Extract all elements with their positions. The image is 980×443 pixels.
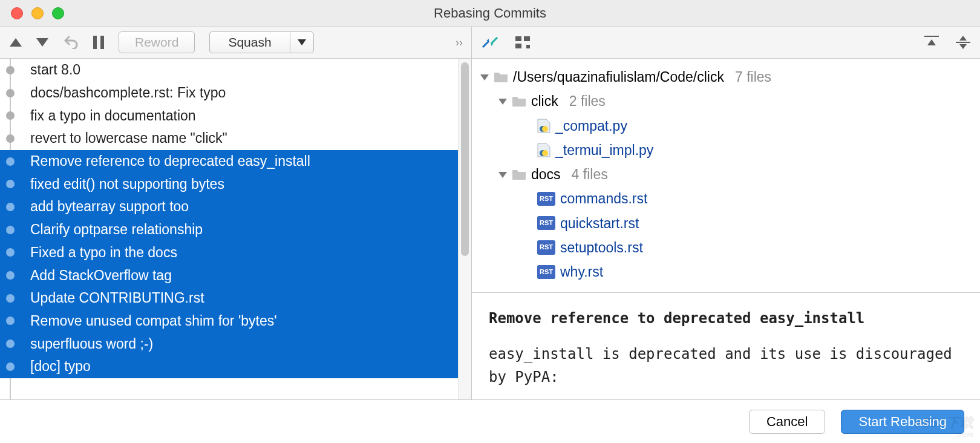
folder-icon xyxy=(512,95,526,107)
commit-row[interactable]: Fixed a typo in the docs xyxy=(0,241,458,264)
move-up-icon[interactable] xyxy=(10,38,22,47)
jump-to-source-icon[interactable] xyxy=(482,35,498,50)
svg-rect-0 xyxy=(93,36,97,49)
tree-folder-name: docs xyxy=(531,162,561,186)
commit-row[interactable]: Clarify optparse relationship xyxy=(0,218,458,241)
svg-rect-3 xyxy=(524,36,530,41)
pause-icon[interactable] xyxy=(93,36,104,49)
tree-root-path: /Users/quazinafiulislam/Code/click xyxy=(513,65,724,89)
commit-row[interactable]: Add StackOverflow tag xyxy=(0,264,458,287)
commit-row[interactable]: start 8.0 xyxy=(0,59,458,82)
commit-list-scrollbar[interactable] xyxy=(458,59,471,399)
squash-button-label[interactable]: Squash xyxy=(209,31,289,53)
disclosure-triangle-icon[interactable] xyxy=(480,73,489,81)
commit-row[interactable]: docs/bashcomplete.rst: Fix typo xyxy=(0,82,458,105)
commit-list[interactable]: start 8.0docs/bashcomplete.rst: Fix typo… xyxy=(0,59,458,399)
commit-node-icon xyxy=(6,203,15,211)
svg-rect-5 xyxy=(526,45,530,48)
tree-file-row[interactable]: RSTsetuptools.rst xyxy=(480,235,972,260)
tree-folder-name: click xyxy=(531,89,558,113)
reword-button[interactable]: Reword xyxy=(119,31,195,53)
changed-files-tree[interactable]: /Users/quazinafiulislam/Code/click7 file… xyxy=(472,59,980,293)
commit-row[interactable]: Update CONTRIBUTING.rst xyxy=(0,287,458,310)
cancel-button[interactable]: Cancel xyxy=(749,410,825,434)
folder-icon xyxy=(512,168,526,180)
commit-node-icon xyxy=(6,294,15,303)
svg-rect-2 xyxy=(515,36,521,41)
tree-file-name: _compat.py xyxy=(555,114,627,138)
commit-message: revert to lowercase name "click" xyxy=(30,130,227,146)
commit-message: Fixed a typo in the docs xyxy=(30,244,177,261)
undo-icon[interactable] xyxy=(63,36,79,49)
tree-file-row[interactable]: _termui_impl.py xyxy=(480,138,972,162)
commit-message: fix a typo in documentation xyxy=(30,108,196,124)
layout-toggle-icon[interactable] xyxy=(515,36,530,48)
tree-folder-meta: 4 files xyxy=(572,162,608,186)
commit-message: Clarify optparse relationship xyxy=(30,221,203,238)
commit-node-icon xyxy=(6,89,15,97)
tree-file-name: quickstart.rst xyxy=(560,211,639,235)
commit-row[interactable]: add bytearray support too xyxy=(0,195,458,218)
squash-split-button[interactable]: Squash xyxy=(209,31,313,53)
commit-node-icon xyxy=(6,363,15,371)
commit-row[interactable]: Remove reference to deprecated easy_inst… xyxy=(0,150,458,173)
rst-file-icon: RST xyxy=(537,240,555,254)
commit-message: [doc] typo xyxy=(30,358,91,375)
commit-node-icon xyxy=(6,248,15,257)
tree-file-row[interactable]: _compat.py xyxy=(480,114,972,138)
scrollbar-thumb[interactable] xyxy=(461,62,469,256)
tree-folder-row[interactable]: click2 files xyxy=(480,89,972,113)
commit-row[interactable]: superfluous word ;-) xyxy=(0,332,458,355)
commit-node-icon xyxy=(6,134,15,143)
start-rebasing-button[interactable]: Start Rebasing xyxy=(841,410,964,434)
commit-row[interactable]: [doc] typo xyxy=(0,355,458,378)
titlebar: Rebasing Commits xyxy=(0,0,980,27)
svg-rect-4 xyxy=(515,44,521,48)
commit-list-pane: start 8.0docs/bashcomplete.rst: Fix typo… xyxy=(0,59,472,399)
commit-row[interactable]: Remove unused compat shim for 'bytes' xyxy=(0,310,458,333)
commit-message: docs/bashcomplete.rst: Fix typo xyxy=(30,85,226,101)
rst-file-icon: RST xyxy=(537,216,555,230)
svg-point-9 xyxy=(542,126,548,132)
commit-message-body: easy_install is deprecated and its use i… xyxy=(489,343,963,388)
commit-row[interactable]: fix a typo in documentation xyxy=(0,104,458,127)
commit-message: Add StackOverflow tag xyxy=(30,267,172,284)
tree-file-row[interactable]: RSTcommands.rst xyxy=(480,186,972,211)
commit-message: Remove reference to deprecated easy_inst… xyxy=(30,153,310,169)
commit-node-icon xyxy=(6,157,15,166)
tree-folder-row[interactable]: docs4 files xyxy=(480,162,972,186)
commit-row[interactable]: revert to lowercase name "click" xyxy=(0,127,458,150)
tree-file-row[interactable]: RSTwhy.rst xyxy=(480,260,972,284)
commit-node-icon xyxy=(6,271,15,280)
tree-folder-meta: 2 files xyxy=(569,89,606,113)
move-down-icon[interactable] xyxy=(36,38,48,47)
commit-message: Update CONTRIBUTING.rst xyxy=(30,290,204,306)
tree-file-name: commands.rst xyxy=(560,186,647,211)
commit-node-icon xyxy=(6,340,15,348)
commit-message: Remove unused compat shim for 'bytes' xyxy=(30,313,277,329)
python-file-icon xyxy=(537,143,550,157)
squash-dropdown-icon[interactable] xyxy=(290,31,314,53)
commit-node-icon xyxy=(6,226,15,234)
tree-file-row[interactable]: RSTquickstart.rst xyxy=(480,211,972,235)
commit-node-icon xyxy=(6,180,15,188)
more-actions-icon[interactable]: ›› xyxy=(456,36,463,49)
commit-message-panel: Remove reference to deprecated easy_inst… xyxy=(472,293,980,399)
commit-node-icon xyxy=(6,111,15,120)
tree-root-meta: 7 files xyxy=(735,65,771,89)
tree-root-row[interactable]: /Users/quazinafiulislam/Code/click7 file… xyxy=(480,65,972,89)
window-title: Rebasing Commits xyxy=(0,5,980,21)
commit-row[interactable]: fixed edit() not supporting bytes xyxy=(0,172,458,195)
commit-message: add bytearray support too xyxy=(30,199,189,215)
disclosure-triangle-icon[interactable] xyxy=(498,97,507,105)
collapse-all-icon[interactable] xyxy=(924,36,939,49)
tree-file-name: setuptools.rst xyxy=(560,235,643,260)
expand-all-icon[interactable] xyxy=(956,36,970,49)
svg-point-11 xyxy=(542,150,548,156)
rst-file-icon: RST xyxy=(537,265,555,279)
commit-node-icon xyxy=(6,66,15,74)
toolbar: Reword Squash ›› xyxy=(0,27,980,59)
commit-message: fixed edit() not supporting bytes xyxy=(30,176,224,192)
disclosure-triangle-icon[interactable] xyxy=(498,170,507,179)
commit-message-subject: Remove reference to deprecated easy_inst… xyxy=(489,307,963,330)
